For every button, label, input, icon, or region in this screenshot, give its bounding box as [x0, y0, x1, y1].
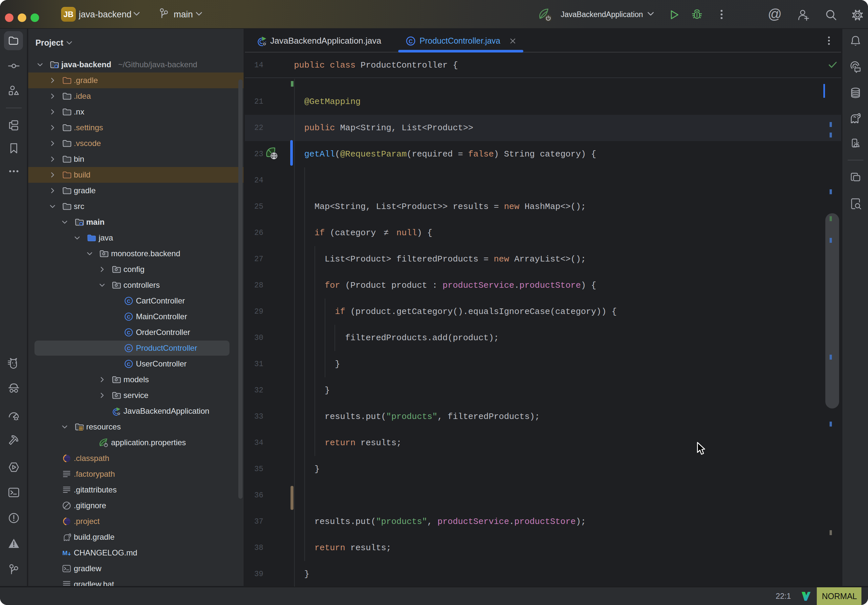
- svg-text:C: C: [409, 39, 413, 45]
- svg-text:C: C: [127, 314, 130, 320]
- svg-text:C: C: [127, 298, 130, 304]
- svg-text:C: C: [127, 330, 130, 335]
- svg-text:C: C: [127, 345, 130, 351]
- svg-text:C: C: [127, 361, 130, 367]
- svg-text:M: M: [62, 549, 68, 557]
